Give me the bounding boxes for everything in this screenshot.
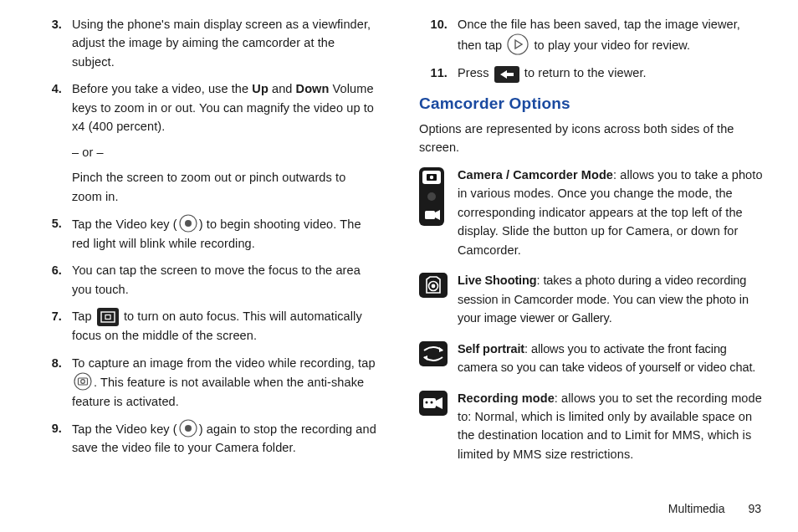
step-number: 6. — [33, 261, 72, 299]
camera-icon — [74, 372, 92, 391]
section-heading: Camcorder Options — [419, 91, 765, 115]
step-4: 4. Before you take a video, use the Up a… — [33, 79, 379, 206]
step-5: 5. Tap the Video key () to begin shootin… — [33, 214, 379, 253]
step-text: Tap to turn on auto focus. This will aut… — [72, 307, 379, 345]
recording-mode-icon — [419, 389, 449, 464]
step-number: 11. — [419, 64, 458, 83]
step-6: 6. You can tap the screen to move the fo… — [33, 261, 379, 299]
page-footer: Multimedia 93 — [0, 502, 798, 515]
section-intro: Options are represented by icons across … — [419, 120, 765, 157]
step-11: 11. Press to return to the viewer. — [419, 64, 765, 83]
mode-slider-icon — [419, 166, 449, 259]
step-text: Press to return to the viewer. — [458, 64, 765, 83]
step-text: Using the phone's main display screen as… — [72, 15, 379, 71]
record-icon — [179, 214, 197, 233]
play-icon — [507, 33, 529, 55]
right-column: 10. Once the file has been saved, tap th… — [419, 15, 765, 502]
back-icon — [494, 66, 519, 83]
step-text: Once the file has been saved, tap the im… — [458, 15, 765, 55]
step-or: – or – — [72, 143, 379, 161]
step-10: 10. Once the file has been saved, tap th… — [419, 15, 765, 55]
option-self-portrait: Self portrait: allows you to activate th… — [419, 340, 765, 377]
live-shooting-icon — [419, 271, 449, 327]
step-text: Tap the Video key () to begin shooting v… — [72, 214, 379, 253]
step-9: 9. Tap the Video key () again to stop th… — [33, 419, 379, 458]
step-text: Tap the Video key () again to stop the r… — [72, 419, 379, 458]
step-number: 9. — [33, 419, 72, 458]
step-number: 3. — [33, 15, 72, 71]
step-text: Before you take a video, use the Up and … — [72, 79, 379, 206]
step-number: 8. — [33, 354, 72, 411]
option-camera-mode: Camera / Camcorder Mode: allows you to t… — [419, 166, 765, 259]
option-recording-mode: Recording mode: allows you to set the re… — [419, 389, 765, 464]
step-7: 7. Tap to turn on auto focus. This will … — [33, 307, 379, 345]
step-number: 4. — [33, 79, 72, 206]
left-column: 3. Using the phone's main display screen… — [33, 15, 379, 502]
step-3: 3. Using the phone's main display screen… — [33, 15, 379, 71]
footer-section: Multimedia — [668, 502, 725, 515]
step-number: 10. — [419, 15, 458, 55]
option-live-shooting: Live Shooting: takes a photo during a vi… — [419, 271, 765, 327]
step-text: To capture an image from the video while… — [72, 354, 379, 411]
step-number: 7. — [33, 307, 72, 345]
page-number: 93 — [748, 502, 761, 515]
self-portrait-icon — [419, 340, 449, 377]
autofocus-icon — [97, 308, 119, 326]
step-8: 8. To capture an image from the video wh… — [33, 354, 379, 411]
step-text: You can tap the screen to move the focus… — [72, 261, 379, 299]
step-alt: Pinch the screen to zoom out or pinch ou… — [72, 168, 379, 206]
manual-page: 3. Using the phone's main display screen… — [0, 0, 798, 502]
step-number: 5. — [33, 214, 72, 253]
record-icon — [179, 419, 197, 437]
